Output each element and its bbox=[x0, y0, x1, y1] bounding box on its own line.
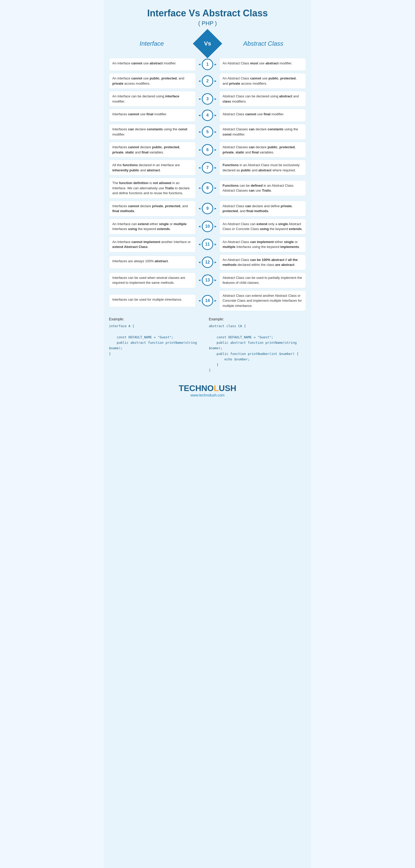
main-title: Interface Vs Abstract Class bbox=[109, 8, 306, 19]
comparison-row: Interfaces cannot use final modifier.4Ab… bbox=[109, 109, 306, 122]
comparison-row: An Interface can extend either single or… bbox=[109, 219, 306, 235]
number-badge-container-9: 9 bbox=[196, 203, 219, 214]
left-cell-3: An interface can be declared using inter… bbox=[109, 91, 196, 107]
number-badge-8: 8 bbox=[202, 182, 213, 194]
left-cell-7: All the functions declared in an Interfa… bbox=[109, 160, 196, 176]
number-badge-container-10: 10 bbox=[196, 221, 219, 232]
number-badge-container-7: 7 bbox=[196, 162, 219, 174]
page-wrapper: Interface Vs Abstract Class ( PHP ) Inte… bbox=[104, 0, 311, 868]
number-badge-container-14: 14 bbox=[196, 295, 219, 306]
number-badge-container-4: 4 bbox=[196, 110, 219, 121]
brand-part1: TECHNO bbox=[179, 383, 214, 393]
right-cell-13: Abstract Class can be used to partially … bbox=[219, 272, 306, 288]
right-cell-4: Abstract Class cannot use final modifier… bbox=[219, 109, 306, 122]
left-cell-8: The function definition is not allowed i… bbox=[109, 178, 196, 198]
comparison-row: Interfaces can be used for multiple inhe… bbox=[109, 290, 306, 311]
footer: TECHNOLUSH www.technolush.com bbox=[109, 381, 306, 397]
left-cell-2: An interface cannot use public, protecte… bbox=[109, 73, 196, 89]
number-badge-container-1: 1 bbox=[196, 59, 219, 70]
footer-brand: TECHNOLUSH bbox=[109, 383, 306, 393]
comparison-row: All the functions declared in an Interfa… bbox=[109, 160, 306, 176]
number-badge-13: 13 bbox=[202, 274, 213, 286]
example-left-label: Example: bbox=[109, 316, 206, 322]
number-badge-7: 7 bbox=[202, 162, 213, 174]
comparison-row: An interface cannot use public, protecte… bbox=[109, 73, 306, 89]
comparison-row: Interfaces can declare constants using t… bbox=[109, 124, 306, 140]
right-cell-8: Functions can be defined in an Abstract … bbox=[219, 180, 306, 196]
comparison-row: Interfaces are always 100% abstract.12An… bbox=[109, 254, 306, 270]
number-badge-6: 6 bbox=[202, 144, 213, 156]
number-badge-4: 4 bbox=[202, 110, 213, 121]
example-right-code: abstract class CA { const DEFAULT_NAME =… bbox=[209, 323, 306, 373]
right-cell-11: An Abstract Class can implement either s… bbox=[219, 237, 306, 252]
right-cell-12: An Abstract Class can be 100% abstract i… bbox=[219, 254, 306, 270]
number-badge-container-8: 8 bbox=[196, 182, 219, 194]
number-badge-container-12: 12 bbox=[196, 256, 219, 268]
brand-highlight: L bbox=[214, 383, 219, 393]
comparison-row: An interface cannot use abstract modifie… bbox=[109, 58, 306, 71]
right-cell-7: Functions in an Abstract Class must be e… bbox=[219, 160, 306, 176]
left-cell-13: Interfaces can be used when several clas… bbox=[109, 272, 196, 288]
vs-container: Vs bbox=[195, 33, 220, 54]
left-cell-5: Interfaces can declare constants using t… bbox=[109, 124, 196, 140]
subtitle: ( PHP ) bbox=[109, 20, 306, 27]
number-badge-container-2: 2 bbox=[196, 75, 219, 87]
right-cell-14: Abstract Class can extend another Abstra… bbox=[219, 290, 306, 311]
number-badge-10: 10 bbox=[202, 221, 213, 232]
number-badge-container-11: 11 bbox=[196, 239, 219, 250]
number-badge-14: 14 bbox=[202, 295, 213, 306]
number-badge-3: 3 bbox=[202, 93, 213, 105]
comparison-row: The function definition is not allowed i… bbox=[109, 178, 306, 198]
vs-text: Vs bbox=[204, 40, 211, 47]
right-cell-9: Abstract Class can declare and define pr… bbox=[219, 201, 306, 217]
example-left: Example: interface A { const DEFAULT_NAM… bbox=[109, 316, 206, 373]
left-cell-1: An interface cannot use abstract modifie… bbox=[109, 58, 196, 71]
left-cell-10: An Interface can extend either single or… bbox=[109, 219, 196, 235]
number-badge-container-6: 6 bbox=[196, 144, 219, 156]
comparison-row: Interfaces cannot declare public, protec… bbox=[109, 142, 306, 158]
number-badge-2: 2 bbox=[202, 75, 213, 87]
left-cell-9: Interfaces cannot declare private, prote… bbox=[109, 201, 196, 217]
comparison-row: An Interface cannot implement another In… bbox=[109, 237, 306, 252]
col-header-interface: Interface bbox=[109, 40, 195, 47]
example-right: Example: abstract class CA { const DEFAU… bbox=[209, 316, 306, 373]
right-cell-5: Abstract Classes can declare constants u… bbox=[219, 124, 306, 140]
number-badge-container-3: 3 bbox=[196, 93, 219, 105]
number-badge-12: 12 bbox=[202, 256, 213, 268]
number-badge-9: 9 bbox=[202, 203, 213, 214]
comparison-row: Interfaces cannot declare private, prote… bbox=[109, 201, 306, 217]
rows-container: An interface cannot use abstract modifie… bbox=[109, 58, 306, 311]
comparison-row: Interfaces can be used when several clas… bbox=[109, 272, 306, 288]
right-cell-2: An Abstract Class cannot use public, pro… bbox=[219, 73, 306, 89]
comparison-row: An interface can be declared using inter… bbox=[109, 91, 306, 107]
right-cell-3: Abstract Class can be declared using abs… bbox=[219, 91, 306, 107]
left-cell-12: Interfaces are always 100% abstract. bbox=[109, 256, 196, 269]
right-cell-1: An Abstract Class must use abstract modi… bbox=[219, 58, 306, 71]
right-cell-6: Abstract Classes can declare public, pro… bbox=[219, 142, 306, 158]
column-headers: Interface Vs Abstract Class bbox=[109, 33, 306, 54]
col-header-abstract: Abstract Class bbox=[220, 40, 306, 47]
number-badge-container-5: 5 bbox=[196, 126, 219, 137]
left-cell-6: Interfaces cannot declare public, protec… bbox=[109, 142, 196, 158]
number-badge-container-13: 13 bbox=[196, 274, 219, 286]
number-badge-1: 1 bbox=[202, 59, 213, 70]
example-left-code: interface A { const DEFAULT_NAME = "Gues… bbox=[109, 323, 206, 356]
vs-diamond: Vs bbox=[193, 29, 222, 58]
examples-section: Example: interface A { const DEFAULT_NAM… bbox=[109, 316, 306, 373]
example-right-label: Example: bbox=[209, 316, 306, 322]
footer-url: www.technolush.com bbox=[109, 393, 306, 397]
number-badge-5: 5 bbox=[202, 126, 213, 137]
brand-part2: USH bbox=[219, 383, 237, 393]
left-cell-14: Interfaces can be used for multiple inhe… bbox=[109, 294, 196, 307]
left-cell-11: An Interface cannot implement another In… bbox=[109, 237, 196, 252]
right-cell-10: An Abstract Class can extend only a sing… bbox=[219, 219, 306, 235]
left-cell-4: Interfaces cannot use final modifier. bbox=[109, 109, 196, 122]
number-badge-11: 11 bbox=[202, 239, 213, 250]
